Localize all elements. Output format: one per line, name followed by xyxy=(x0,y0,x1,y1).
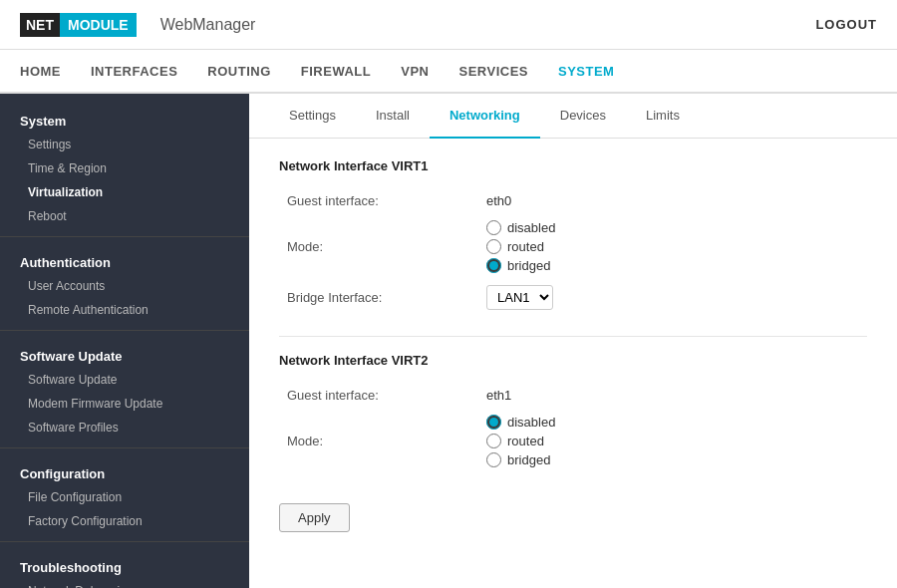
sidebar-item-settings[interactable]: Settings xyxy=(0,133,249,156)
sidebar-section-troubleshooting: Troubleshooting xyxy=(0,550,249,579)
sidebar-item-reboot[interactable]: Reboot xyxy=(0,204,249,228)
app-name: WebManager xyxy=(160,16,256,34)
sidebar-item-user-accounts[interactable]: User Accounts xyxy=(0,274,249,298)
sidebar-section-system: System xyxy=(0,104,249,133)
sidebar-divider-3 xyxy=(0,447,249,448)
sidebar-divider-4 xyxy=(0,541,249,542)
virt1-bridge-interface-select[interactable]: LAN1 LAN2 LAN3 xyxy=(486,285,553,310)
sidebar-item-network-debugging[interactable]: Network Debugging xyxy=(0,579,249,588)
main-content: Settings Install Networking Devices Limi… xyxy=(249,94,897,588)
sidebar-item-modem-firmware[interactable]: Modem Firmware Update xyxy=(0,392,249,416)
virt1-guest-interface-value: eth0 xyxy=(478,187,867,214)
virt1-mode-bridged-option[interactable]: bridged xyxy=(486,258,859,273)
virt1-bridge-interface-row: Bridge Interface: LAN1 LAN2 LAN3 xyxy=(279,279,867,316)
virt2-mode-bridged-label: bridged xyxy=(507,452,550,467)
virt2-table: Guest interface: eth1 Mode: disabled xyxy=(279,382,867,473)
virt2-mode-bridged-option[interactable]: bridged xyxy=(486,452,859,467)
virt1-guest-interface-row: Guest interface: eth0 xyxy=(279,187,867,214)
tab-networking[interactable]: Networking xyxy=(430,94,540,139)
nav-home[interactable]: HOME xyxy=(20,52,61,91)
virt1-mode-disabled-option[interactable]: disabled xyxy=(486,220,859,235)
virt-divider xyxy=(279,336,867,337)
logout-button[interactable]: LOGOUT xyxy=(815,17,877,32)
sidebar-item-file-config[interactable]: File Configuration xyxy=(0,485,249,509)
virt1-mode-radio-group: disabled routed bridged xyxy=(486,220,859,273)
tab-bar: Settings Install Networking Devices Limi… xyxy=(249,94,897,139)
virt2-mode-routed-option[interactable]: routed xyxy=(486,434,859,448)
sidebar-item-virtualization[interactable]: Virtualization xyxy=(0,180,249,204)
virt1-mode-label: Mode: xyxy=(279,214,478,279)
virt1-section-title: Network Interface VIRT1 xyxy=(279,158,867,173)
virt2-mode-disabled-radio[interactable] xyxy=(486,415,501,430)
virt1-mode-bridged-radio[interactable] xyxy=(486,258,501,273)
virt2-guest-interface-label: Guest interface: xyxy=(279,382,478,409)
nav-system[interactable]: SYSTEM xyxy=(558,52,614,91)
logo: NET MODULE xyxy=(20,13,137,37)
virt1-mode-bridged-label: bridged xyxy=(507,258,550,273)
virt2-section-title: Network Interface VIRT2 xyxy=(279,353,867,368)
tab-settings[interactable]: Settings xyxy=(269,94,356,139)
virt1-mode-routed-option[interactable]: routed xyxy=(486,239,859,254)
virt2-mode-disabled-option[interactable]: disabled xyxy=(486,415,859,430)
virt1-mode-disabled-radio[interactable] xyxy=(486,220,501,235)
tab-devices[interactable]: Devices xyxy=(540,94,626,139)
virt2-mode-disabled-label: disabled xyxy=(507,415,555,430)
virt2-mode-row: Mode: disabled routed xyxy=(279,409,867,473)
apply-button[interactable]: Apply xyxy=(279,503,350,532)
virt2-guest-interface-value: eth1 xyxy=(478,382,867,409)
virt1-mode-routed-radio[interactable] xyxy=(486,239,501,254)
logo-module: MODULE xyxy=(60,13,137,37)
tab-content: Network Interface VIRT1 Guest interface:… xyxy=(249,139,897,552)
sidebar-section-software-update: Software Update xyxy=(0,339,249,368)
tab-install[interactable]: Install xyxy=(356,94,430,139)
sidebar-item-remote-authentication[interactable]: Remote Authentication xyxy=(0,298,249,322)
nav-interfaces[interactable]: INTERFACES xyxy=(91,52,177,91)
nav-routing[interactable]: ROUTING xyxy=(207,52,270,91)
virt2-mode-bridged-radio[interactable] xyxy=(486,452,501,467)
virt2-mode-routed-radio[interactable] xyxy=(486,434,501,448)
sidebar-item-time-region[interactable]: Time & Region xyxy=(0,156,249,180)
sidebar-section-authentication: Authentication xyxy=(0,245,249,274)
nav-firewall[interactable]: FIREWALL xyxy=(301,52,371,91)
virt2-mode-label: Mode: xyxy=(279,409,478,473)
virt2-mode-routed-label: routed xyxy=(507,434,544,448)
nav-vpn[interactable]: VPN xyxy=(401,52,429,91)
virt1-bridge-interface-label: Bridge Interface: xyxy=(279,279,478,316)
virt2-mode-radio-group: disabled routed bridged xyxy=(486,415,859,467)
sidebar-section-configuration: Configuration xyxy=(0,456,249,485)
sidebar-item-factory-config[interactable]: Factory Configuration xyxy=(0,509,249,533)
virt1-mode-routed-label: routed xyxy=(507,239,544,254)
virt1-mode-disabled-label: disabled xyxy=(507,220,555,235)
sidebar-item-software-profiles[interactable]: Software Profiles xyxy=(0,416,249,440)
sidebar-divider-2 xyxy=(0,330,249,331)
virt1-guest-interface-label: Guest interface: xyxy=(279,187,478,214)
nav-services[interactable]: SERVICES xyxy=(458,52,528,91)
sidebar-item-software-update[interactable]: Software Update xyxy=(0,368,249,392)
virt1-mode-row: Mode: disabled routed xyxy=(279,214,867,279)
page-layout: System Settings Time & Region Virtualiza… xyxy=(0,94,897,588)
virt2-guest-interface-row: Guest interface: eth1 xyxy=(279,382,867,409)
header: NET MODULE WebManager LOGOUT xyxy=(0,0,897,50)
sidebar: System Settings Time & Region Virtualiza… xyxy=(0,94,249,588)
logo-net: NET xyxy=(20,13,60,37)
sidebar-divider-1 xyxy=(0,236,249,237)
virt1-table: Guest interface: eth0 Mode: disabled xyxy=(279,187,867,316)
tab-limits[interactable]: Limits xyxy=(626,94,700,139)
main-nav: HOME INTERFACES ROUTING FIREWALL VPN SER… xyxy=(0,50,897,94)
